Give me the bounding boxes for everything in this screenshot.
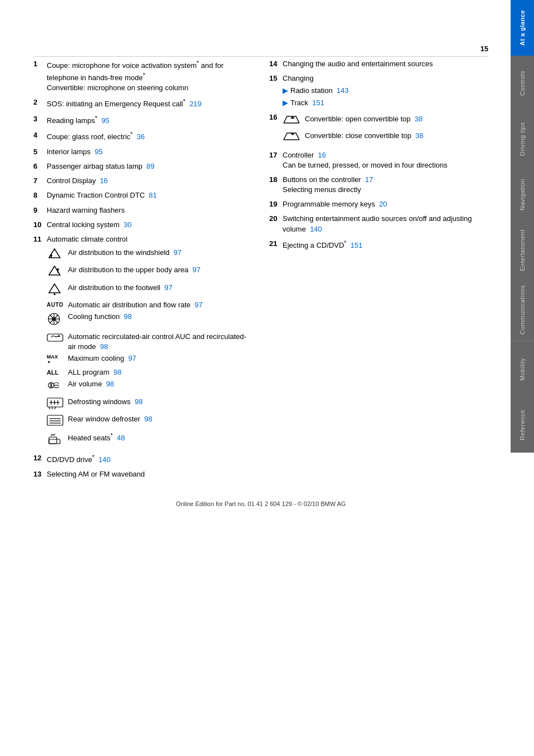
link[interactable]: 97: [192, 266, 200, 274]
sub-item: Heated seats* 48: [47, 431, 253, 448]
svg-rect-33: [49, 439, 60, 444]
page-footer: Online Edition for Part no. 01 41 2 604 …: [33, 500, 488, 507]
rear-defroster-icon: [47, 414, 63, 430]
svg-rect-28: [47, 415, 63, 425]
sub-item: ALL ALL program 98: [47, 367, 253, 377]
air-volume-icon: [47, 379, 63, 395]
close-convertible-icon: [283, 131, 300, 145]
list-item: 20 Switching entertainment audio sources…: [269, 214, 488, 234]
page-number: 15: [33, 45, 488, 53]
sub-item: Convertible: open convertible top 38: [283, 114, 488, 129]
list-item: 9 Hazard warning flashers: [33, 205, 253, 215]
footwell-icon: [47, 283, 63, 298]
link[interactable]: 140: [310, 225, 322, 233]
list-item: 6 Passenger airbag status lamp 89: [33, 161, 253, 171]
link[interactable]: 98: [135, 397, 142, 406]
link[interactable]: 17: [365, 175, 373, 184]
link[interactable]: 38: [416, 131, 423, 140]
svg-marker-3: [49, 266, 60, 275]
link[interactable]: 20: [379, 200, 387, 208]
open-convertible-icon: [283, 114, 300, 129]
sub-item: Air volume 98: [47, 379, 253, 395]
list-item: 15 Changing ▶ Radio station 143 ▶ Track …: [269, 73, 488, 108]
main-content: 15 1 Coupe: microphone for voice activat…: [0, 0, 511, 756]
link[interactable]: 98: [144, 415, 152, 423]
max-cooling-icon: MAX⚬: [47, 354, 63, 366]
link[interactable]: 97: [128, 354, 136, 362]
list-item: 14 Changing the audio and entertainment …: [269, 59, 488, 69]
list-item: 17 Controller 16 Can be turned, pressed,…: [269, 150, 488, 170]
list-item: 10 Central locking system 30: [33, 220, 253, 230]
upper-body-icon: [47, 265, 63, 281]
link[interactable]: 95: [101, 116, 109, 125]
list-item: 12 CD/DVD drive* 140: [33, 453, 253, 465]
svg-rect-32: [49, 437, 57, 444]
sidebar: At a glance Controls Driving tips Naviga…: [511, 0, 534, 756]
all-program-icon: ALL: [47, 367, 63, 377]
sidebar-tab-entertainment[interactable]: Entertainment: [511, 223, 534, 278]
link[interactable]: 143: [337, 86, 349, 95]
left-column: 1 Coupe: microphone for voice activation…: [33, 59, 253, 484]
sub-item: MAX⚬ Maximum cooling 97: [47, 354, 253, 366]
link[interactable]: 48: [117, 434, 125, 443]
list-item: 8 Dynamic Traction Control DTC 81: [33, 190, 253, 200]
list-item: 4 Coupe: glass roof, electric* 36: [33, 130, 253, 143]
arrow-icon: ▶: [283, 86, 288, 96]
sub-item: Cooling function 98: [47, 312, 253, 330]
sidebar-tab-navigation[interactable]: Navigation: [511, 167, 534, 223]
link[interactable]: 97: [164, 283, 172, 292]
cooling-icon: [47, 312, 63, 330]
link[interactable]: 140: [98, 455, 111, 464]
link[interactable]: 38: [414, 115, 422, 123]
svg-point-8: [53, 294, 56, 295]
sidebar-tab-driving-tips[interactable]: Driving tips: [511, 111, 534, 167]
auto-icon: AUTO: [47, 300, 63, 309]
sidebar-tab-mobility[interactable]: Mobility: [511, 341, 534, 397]
sub-item: ▶ Radio station 143: [283, 86, 488, 96]
sub-item: Air distribution to the footwell 97: [47, 283, 253, 298]
list-item: 18 Buttons on the controller 17 Selectin…: [269, 175, 488, 195]
list-item: 13 Selecting AM or FM waveband: [33, 469, 253, 479]
list-item: 7 Control Display 16: [33, 176, 253, 186]
link[interactable]: 98: [106, 380, 114, 388]
sub-item: Rear window defroster 98: [47, 414, 253, 430]
list-item: 19 Programmable memory keys 20: [269, 199, 488, 209]
right-column: 14 Changing the audio and entertainment …: [269, 59, 488, 484]
sub-item: Air distribution to the windshield 97: [47, 248, 253, 263]
list-item: 3 Reading lamps* 95: [33, 114, 253, 126]
list-item: 21 Ejecting a CD/DVD* 151: [269, 239, 488, 251]
list-item: 11 Automatic climate control: [33, 234, 253, 449]
svg-rect-15: [47, 334, 63, 341]
list-item: 5 Interior lamps 95: [33, 147, 253, 157]
svg-marker-16: [58, 335, 60, 337]
link[interactable]: 151: [312, 99, 324, 107]
link[interactable]: 97: [195, 301, 202, 309]
link[interactable]: 97: [174, 248, 181, 257]
sidebar-tab-communications[interactable]: Communications: [511, 278, 534, 341]
sub-item: Defrosting windows 98: [47, 397, 253, 413]
heated-seats-icon: [47, 431, 63, 448]
link[interactable]: 30: [123, 220, 131, 229]
link[interactable]: 219: [189, 100, 201, 109]
arrow-icon: ▶: [283, 98, 288, 108]
link[interactable]: 98: [113, 368, 121, 376]
sidebar-tab-at-a-glance[interactable]: At a glance: [511, 0, 534, 56]
link[interactable]: 36: [137, 133, 145, 141]
windshield-icon: [47, 248, 63, 263]
link[interactable]: 95: [95, 148, 102, 156]
link[interactable]: 98: [123, 312, 131, 321]
link[interactable]: 81: [149, 191, 157, 199]
sidebar-tab-reference[interactable]: Reference: [511, 397, 534, 453]
link[interactable]: 89: [146, 162, 154, 170]
list-item: 1 Coupe: microphone for voice activation…: [33, 59, 253, 93]
svg-marker-6: [49, 284, 60, 293]
sub-item: Convertible: close convertible top 38: [283, 131, 488, 145]
link[interactable]: 16: [100, 176, 107, 185]
link[interactable]: 151: [350, 241, 363, 249]
link[interactable]: 98: [100, 342, 108, 351]
list-item: 2 SOS: initiating an Emergency Request c…: [33, 97, 253, 110]
link[interactable]: 16: [318, 151, 326, 159]
sub-item: ▶ Track 151: [283, 98, 488, 108]
svg-marker-37: [290, 133, 295, 135]
sidebar-tab-controls[interactable]: Controls: [511, 56, 534, 111]
